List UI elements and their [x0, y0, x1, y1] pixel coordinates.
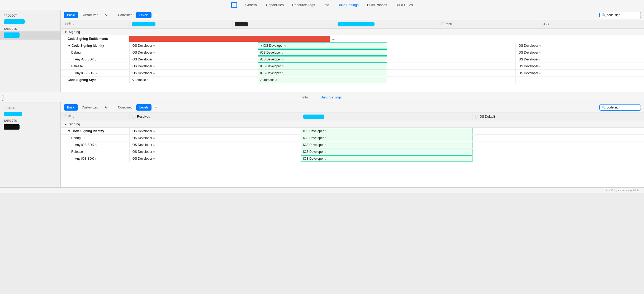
- ios-dev-3: iOS Developer ◇: [518, 44, 541, 48]
- header-col-3: ...: [335, 21, 438, 27]
- any-rel-col3: [387, 70, 515, 76]
- cse-col3: ...: [330, 36, 338, 42]
- p2-debug-col3: [472, 135, 644, 141]
- levels-button[interactable]: Levels: [136, 12, 152, 18]
- nav-item-build-phases[interactable]: Build Phases: [367, 1, 387, 8]
- customized-button[interactable]: Customized: [79, 12, 101, 18]
- header-col-2: [232, 21, 335, 27]
- p2-target-item[interactable]: [0, 123, 60, 131]
- project-icon[interactable]: [231, 2, 237, 8]
- table-row-any-ios-debug[interactable]: Any iOS SDK ◇ iOS Developer ◇ iOS Develo…: [61, 56, 644, 63]
- nav-item-resource-tags[interactable]: Resource Tags: [292, 1, 315, 8]
- add-setting-button[interactable]: +: [153, 13, 159, 17]
- any-rel-col2: iOS Developer ◇: [258, 70, 387, 76]
- debug-ios-3: iOS Developer ◇: [518, 51, 541, 54]
- p2-combined-button[interactable]: Combined: [115, 104, 135, 111]
- p2-any-release-row[interactable]: Any iOS SDK ◇ iOS Developer ◇ iOS Develo…: [61, 155, 644, 162]
- any-debug-ios-3: iOS Developer ◇: [518, 58, 541, 61]
- panel1-toolbar: Basic Customized All Combined Levels + 🔍: [61, 10, 644, 20]
- table-row-css[interactable]: Code Signing Style Automatic ◇ Automatic…: [61, 77, 644, 83]
- panel2-main: Basic Customized All Combined Levels + 🔍: [61, 102, 644, 187]
- release-ios-3: iOS Developer ◇: [518, 64, 541, 68]
- p2-csi-row[interactable]: ▼ Code Signing Identity iOS Developer ◇ …: [61, 128, 644, 135]
- nav-item-info[interactable]: Info: [324, 1, 329, 8]
- p2-add-setting-button[interactable]: +: [153, 105, 159, 110]
- p2-any-debug-col1: iOS Developer ◇: [129, 142, 301, 148]
- csi-col3: [387, 42, 515, 49]
- ios-dev-1: iOS Developer ◇: [132, 44, 155, 48]
- search-input-2[interactable]: [607, 106, 638, 109]
- p2-any-release-cols: iOS Developer ◇ iOS Developer ◇: [129, 155, 644, 162]
- all-button[interactable]: All: [102, 12, 111, 18]
- p2-csi-col3: [472, 128, 644, 134]
- top-nav-bar: General Capabilities Resource Tags Info …: [0, 0, 644, 10]
- csi-col4: iOS Developer ◇: [515, 42, 644, 49]
- p2-any-debug-name: Any iOS SDK ◇: [61, 142, 129, 148]
- debug-col1: iOS Developer ◇: [129, 49, 258, 56]
- header-col-1: [129, 21, 232, 27]
- p2-debug-row[interactable]: Debug iOS Developer ◇ iOS Developer ◇: [61, 135, 644, 141]
- table-row-cse[interactable]: Code Signing Entitlements ...: [61, 35, 644, 42]
- table-row-release[interactable]: Release iOS Developer ◇ iOS Developer ◇ …: [61, 63, 644, 70]
- p2-table-header: Setting 📄 Resolved 📄 iOS Defa: [61, 112, 644, 121]
- debug-ios-2: iOS Developer ◇: [260, 51, 283, 54]
- css-col1: Automatic ◇: [129, 77, 258, 83]
- nav-item-build-rules[interactable]: Build Rules: [396, 1, 413, 8]
- csi-cols: iOS Developer ◇ iOS Developer ◇ iOS Deve…: [129, 42, 644, 49]
- p2-csi-cols: iOS Developer ◇ iOS Developer ◇: [129, 128, 644, 134]
- any-debug-col4: iOS Developer ◇: [515, 56, 644, 63]
- targets-section-label: TARGETS: [0, 26, 60, 31]
- panel2-sidebar: PROJECT -------- TARGETS: [0, 102, 61, 187]
- nav-item-capabilities[interactable]: Capabilities: [266, 1, 284, 8]
- ios-dev-2: iOS Developer ◇: [263, 44, 286, 48]
- footer-url: https://blog.csdn.net/cpnlatchi1: [605, 189, 641, 192]
- any-rel-ios-3: iOS Developer ◇: [518, 71, 541, 75]
- nav-item-build-settings[interactable]: Build Settings: [338, 1, 359, 8]
- p2-ios-default-icon: 📄: [475, 115, 479, 118]
- any-rel-col4: iOS Developer ◇: [515, 70, 644, 76]
- panel2-mini-nav: ] Info Build Settings: [0, 92, 644, 102]
- mini-nav-build-settings[interactable]: Build Settings: [321, 95, 342, 99]
- project-pill: [4, 19, 25, 24]
- table-row-csi[interactable]: ▼ Code Signing Identity iOS Developer ◇ …: [61, 42, 644, 49]
- panel1-target-item[interactable]: [0, 31, 60, 40]
- mini-nav-info[interactable]: Info: [302, 95, 308, 99]
- any-debug-col1: iOS Developer ◇: [129, 56, 258, 63]
- p2-levels-button[interactable]: Levels: [136, 104, 152, 111]
- p2-release-name: Release: [61, 149, 129, 155]
- p2-project-item[interactable]: --------: [0, 111, 60, 118]
- release-col4: iOS Developer ◇: [515, 63, 644, 69]
- debug-col4: iOS Developer ◇: [515, 49, 644, 56]
- table-row-debug[interactable]: Debug iOS Developer ◇ iOS Developer ◇ iO…: [61, 49, 644, 56]
- basic-button[interactable]: Basic: [64, 12, 78, 18]
- p2-project-label: PROJECT: [0, 105, 60, 111]
- p2-any-rel-col1: iOS Developer ◇: [129, 155, 301, 162]
- nav-item-general[interactable]: General: [245, 1, 258, 8]
- section-triangle: ▼: [64, 31, 67, 34]
- any-ios-debug-name: Any iOS SDK ◇: [61, 56, 129, 62]
- combined-button[interactable]: Combined: [115, 12, 135, 18]
- panel-1: PROJECT TARGETS Basic Customized All Com…: [0, 10, 644, 92]
- any-debug-ios-1: iOS Developer ◇: [132, 58, 155, 61]
- panel1-project-item[interactable]: [0, 18, 60, 26]
- p2-customized-button[interactable]: Customized: [79, 104, 101, 111]
- p2-release-ios-1: iOS Developer ◇: [132, 150, 155, 154]
- csi-name: ▼ Code Signing Identity: [61, 43, 129, 49]
- p2-csi-ios-1: iOS Developer ◇: [132, 129, 155, 133]
- search-icon-1: 🔍: [602, 13, 606, 17]
- p2-any-debug-row[interactable]: Any iOS SDK ◇ iOS Developer ◇ iOS Develo…: [61, 141, 644, 148]
- release-cols: iOS Developer ◇ iOS Developer ◇ iOS Deve…: [129, 63, 644, 69]
- release-col1: iOS Developer ◇: [129, 63, 258, 69]
- table-row-any-ios-release[interactable]: Any iOS SDK ◇ iOS Developer ◇ iOS Develo…: [61, 70, 644, 77]
- target-pill: [4, 32, 20, 38]
- p2-release-row[interactable]: Release iOS Developer ◇ iOS Developer ◇: [61, 148, 644, 155]
- css-auto-1: Automatic ◇: [132, 78, 148, 82]
- p2-all-button[interactable]: All: [102, 104, 111, 111]
- p2-header-resolved: 📄 Resolved: [129, 113, 301, 120]
- signing-label: Signing: [69, 30, 80, 34]
- search-input-1[interactable]: [607, 13, 638, 17]
- any-ios-debug-cols: iOS Developer ◇ iOS Developer ◇ iOS Deve…: [129, 56, 644, 63]
- p2-basic-button[interactable]: Basic: [64, 104, 78, 111]
- p2-toolbar-separator: [113, 105, 113, 110]
- p2-any-debug-cols: iOS Developer ◇ iOS Developer ◇: [129, 142, 644, 148]
